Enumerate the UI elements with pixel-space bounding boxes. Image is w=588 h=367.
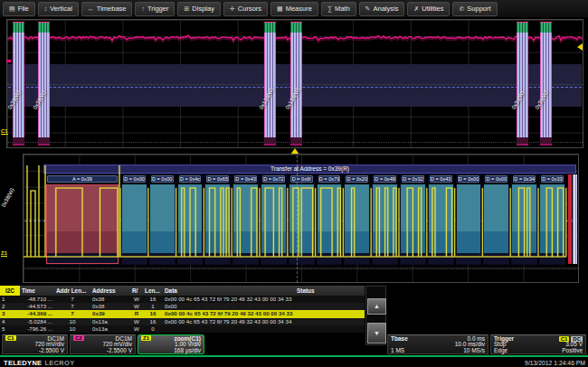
z1-hscale: 168 µs/div: [174, 347, 201, 353]
table-cell: 3: [0, 310, 20, 317]
address-field-label: A = 0x39: [47, 175, 118, 183]
c1-descriptor-box[interactable]: C1 DC1M 720 mV/div -2.5500 V: [2, 334, 68, 354]
status-bar: TELEDYNELECROY 9/13/2012 1:24:46 PM: [0, 355, 588, 367]
data-byte-label: D = 0x00: [151, 175, 174, 183]
table-cell: 7: [54, 303, 90, 310]
data-byte-field: D = 0x43: [429, 174, 453, 264]
menu-trigger-button[interactable]: ↑Trigger: [135, 2, 175, 16]
menu-button-label: Vertical: [50, 5, 72, 13]
c1-offset: -2.5500 V: [39, 347, 64, 353]
data-byte-field: D = 0x49: [373, 174, 397, 264]
c2-offset-marker[interactable]: [6, 60, 11, 62]
data-byte-field: D = 0x20: [345, 174, 369, 264]
decode-table-row[interactable]: 1-48.710 ...70x38W160x00 00 4c 65 43 72 …: [0, 296, 365, 303]
decoder-tab[interactable]: I2C: [0, 286, 20, 296]
c1-zero-marker[interactable]: C1: [1, 128, 8, 135]
field-body: [512, 184, 536, 264]
menu-display-button[interactable]: ⊞Display: [177, 2, 220, 16]
table-cell: -48.710 ...: [20, 296, 54, 303]
trigger-icon: ↑: [141, 5, 145, 12]
data-byte-label: D = 0x00: [485, 175, 507, 183]
scroll-down-button[interactable]: ▼: [367, 323, 386, 343]
timebase-icon: ↔: [88, 5, 94, 12]
timebase-rate: 10 MS/s: [463, 347, 485, 353]
data-byte-label: D = 0x65: [206, 175, 229, 183]
i2c-burst: 0x13a(W): [264, 22, 276, 146]
table-cell: [163, 325, 295, 333]
table-cell: -44.369 ...: [20, 310, 54, 317]
main-waveform-grid[interactable]: 0x38(W)0x38(W)0x13a(W)0x13a(W)0x3c(W)0x3…: [6, 19, 583, 148]
utilities-icon: ✗: [413, 5, 419, 13]
decode-transfer-banner: Transfer at Address = 0x39(R): [43, 165, 576, 174]
column-header-time: Time: [20, 286, 54, 296]
menu-button-label: Support: [467, 5, 490, 13]
data-byte-field: D = 0x65: [205, 174, 230, 264]
menu-utilities-button[interactable]: ✗Utilities: [407, 2, 450, 16]
field-body: [46, 184, 119, 264]
burst-bottom-cap: [264, 137, 276, 146]
trigger-level-marker[interactable]: [577, 43, 583, 51]
z1-descriptor-box[interactable]: Z1 zoom(C1) 1.00 V/div 168 µs/div: [138, 334, 204, 354]
menu-file-button[interactable]: ▤File: [3, 2, 35, 16]
data-byte-field: D = 0x33: [540, 174, 564, 264]
data-byte-label: D = 0x00: [458, 175, 480, 183]
column-header-status: Status: [295, 286, 365, 296]
table-cell: [295, 318, 365, 325]
column-header-address: Address: [90, 286, 130, 296]
field-body: [289, 184, 314, 264]
table-cell: [295, 310, 365, 317]
zoom-waveform-grid[interactable]: Transfer at Address = 0x39(R) A = 0x39D …: [23, 154, 579, 283]
field-body: [150, 184, 175, 264]
burst-bottom-cap: [517, 137, 528, 146]
i2c-burst: 0x38(W): [38, 22, 50, 146]
burst-bottom-cap: [540, 137, 552, 146]
graticule-dotline: [24, 268, 578, 269]
menu-analysis-button[interactable]: ✎Analysis: [359, 2, 405, 16]
field-body: [318, 184, 342, 264]
menu-button-label: File: [18, 5, 29, 13]
trigger-box[interactable]: Trigger C1DC Stop 3.05 V Edge Positive: [490, 334, 586, 354]
table-cell: 0x00: [163, 303, 295, 310]
decode-table-row[interactable]: 4-5.0284 ...100x13aW160x00 00 4c 65 43 7…: [0, 318, 365, 325]
table-cell: 7: [54, 310, 90, 317]
burst-bottom-cap: [13, 137, 24, 146]
table-cell: 16: [143, 296, 163, 303]
menu-math-button[interactable]: ∑Math: [321, 2, 356, 16]
c2-descriptor-box[interactable]: C2 DC1M 720 mV/div -2.5500 V: [70, 334, 136, 354]
stop-condition-marker: [568, 174, 572, 264]
menu-timebase-button[interactable]: ↔Timebase: [81, 2, 133, 16]
menu-button-label: Math: [335, 5, 350, 13]
end-burst-stripe: [573, 174, 577, 264]
support-icon: ✆: [459, 5, 464, 13]
data-byte-label: D = 0x43: [430, 175, 452, 183]
z1-chip: Z1: [141, 335, 151, 341]
menu-measure-button[interactable]: ▦Measure: [270, 2, 318, 16]
timebase-box[interactable]: Tbase 0.0 ms 10.0 ms/div 1 MS 10 MS/s: [387, 334, 488, 354]
data-byte-label: D = 0x20: [346, 175, 368, 183]
table-cell: [295, 325, 365, 333]
data-byte-field: D = 0x34: [512, 174, 536, 264]
scroll-up-button[interactable]: ▲: [367, 298, 386, 315]
trigger-time-dashed-line: [297, 155, 298, 283]
field-body: [540, 184, 564, 264]
table-scrollbar[interactable]: ▲ ▼: [365, 286, 386, 345]
cursors-icon: ✛: [230, 5, 235, 13]
menu-cursors-button[interactable]: ✛Cursors: [223, 2, 268, 16]
z1-zero-marker[interactable]: Z1: [1, 250, 7, 257]
table-cell: 0x39: [90, 310, 130, 317]
menu-support-button[interactable]: ✆Support: [452, 2, 497, 16]
data-byte-label: D = 0x32: [402, 175, 424, 183]
menu-vertical-button[interactable]: ↕Vertical: [38, 2, 79, 16]
column-header-r-: R/: [130, 286, 143, 296]
field-body: [457, 184, 481, 264]
table-cell: 0x00 00 4c 65 43 72 6f 79 20 49 32 43 00…: [163, 318, 295, 325]
table-cell: W: [130, 296, 143, 303]
field-body: [205, 184, 230, 264]
table-cell: 0: [143, 325, 163, 333]
field-body: [401, 184, 425, 264]
decode-table-row[interactable]: 3-44.369 ...70x39R160x00 00 4c 65 43 72 …: [0, 310, 365, 317]
data-byte-label: D = 0x49: [374, 175, 396, 183]
i2c-burst: 0x13a(W): [290, 22, 302, 146]
decode-table-row[interactable]: 2-44.573 ...70x38W10x00: [0, 303, 365, 310]
decode-table-row[interactable]: 5-796.26 ...100x13aW0: [0, 325, 365, 333]
